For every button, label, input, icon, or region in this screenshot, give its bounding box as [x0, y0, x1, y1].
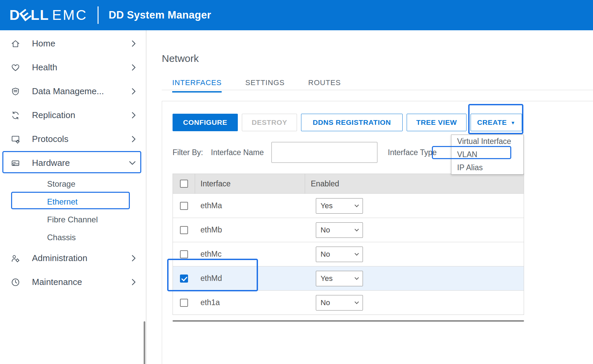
- menu-item-virtual-interface[interactable]: Virtual Interface: [451, 135, 523, 148]
- configure-button[interactable]: CONFIGURE: [173, 114, 238, 131]
- select-all-checkbox[interactable]: [180, 180, 188, 188]
- chevron-down-icon: [129, 161, 136, 165]
- emc-wordmark: EMC: [52, 7, 87, 23]
- chevron-right-icon: [132, 112, 136, 119]
- enabled-select[interactable]: Yes: [316, 271, 363, 286]
- enabled-select-value: No: [321, 250, 330, 259]
- dell-emc-logo: DELL EMC: [9, 7, 87, 23]
- interface-name-input[interactable]: [271, 142, 377, 163]
- chevron-down-icon: [355, 203, 359, 207]
- chevron-down-icon: [355, 300, 359, 304]
- table-horizontal-scrollbar[interactable]: [173, 320, 524, 322]
- table-row-ethmb[interactable]: ethMb No: [173, 218, 524, 242]
- filter-by-label: Filter By:: [173, 148, 203, 157]
- sidebar-item-label: Health: [32, 62, 57, 73]
- sidebar-item-label: Hardware: [32, 158, 70, 168]
- sidebar: Home Health Data Manageme... Replication: [0, 30, 146, 364]
- enabled-select-value: No: [321, 226, 330, 234]
- sidebar-item-maintenance[interactable]: Maintenance: [0, 270, 146, 294]
- sidebar-item-label: Protocols: [32, 134, 68, 144]
- dell-wordmark: DELL: [9, 7, 49, 23]
- create-button-label: CREATE: [477, 118, 507, 126]
- menu-item-ip-alias[interactable]: IP Alias: [451, 161, 523, 174]
- chevron-down-icon: [355, 251, 359, 256]
- chevron-right-icon: [132, 255, 136, 262]
- sidebar-item-fibre-channel[interactable]: Fibre Channel: [0, 211, 146, 228]
- tab-bar: INTERFACES SETTINGS ROUTES: [172, 78, 341, 93]
- caret-down-icon: ▼: [511, 120, 515, 125]
- sidebar-item-label: Administration: [32, 253, 87, 263]
- interface-name-cell: ethMb: [195, 218, 305, 242]
- tab-routes[interactable]: ROUTES: [308, 78, 341, 93]
- enabled-select[interactable]: No: [316, 295, 363, 311]
- column-header-enabled: Enabled: [305, 174, 524, 193]
- sidebar-item-label: Maintenance: [32, 277, 82, 287]
- chevron-right-icon: [132, 64, 136, 71]
- enabled-select[interactable]: Yes: [316, 198, 363, 214]
- logo-divider: [98, 6, 99, 24]
- sidebar-item-label: Replication: [32, 110, 75, 120]
- row-checkbox[interactable]: [180, 299, 188, 307]
- table-header: Interface Enabled: [173, 174, 524, 193]
- sidebar-subitem-label: Fibre Channel: [47, 215, 98, 224]
- table-row-ethmd[interactable]: ethMd Yes: [173, 266, 524, 290]
- menu-item-vlan[interactable]: VLAN: [451, 148, 523, 161]
- shield-icon: [10, 86, 21, 97]
- ddns-registration-button[interactable]: DDNS REGISTRATION: [301, 114, 403, 131]
- sidebar-subitem-label: Storage: [47, 179, 75, 189]
- tab-settings[interactable]: SETTINGS: [245, 78, 285, 93]
- toolbar: CONFIGURE DESTROY DDNS REGISTRATION TREE…: [173, 114, 522, 131]
- row-checkbox[interactable]: [180, 250, 188, 258]
- interface-name-cell: eth1a: [195, 291, 305, 315]
- enabled-select[interactable]: No: [316, 247, 363, 262]
- sidebar-item-storage[interactable]: Storage: [0, 175, 146, 193]
- interface-name-cell: ethMa: [195, 194, 305, 218]
- table-row-ethmc[interactable]: ethMc No: [173, 242, 524, 266]
- sidebar-item-data-management[interactable]: Data Manageme...: [0, 79, 146, 103]
- table-row-eth1a[interactable]: eth1a No: [173, 290, 524, 315]
- create-dropdown-menu: Virtual Interface VLAN IP Alias: [451, 135, 524, 175]
- chevron-right-icon: [132, 88, 136, 95]
- enabled-select-value: Yes: [321, 274, 333, 283]
- screen: DELL EMC DD System Manager Home Health D…: [0, 0, 593, 364]
- row-checkbox[interactable]: [180, 202, 188, 210]
- sidebar-item-ethernet[interactable]: Ethernet: [0, 193, 146, 211]
- chevron-right-icon: [132, 279, 136, 286]
- app-title: DD System Manager: [109, 9, 211, 21]
- chevron-right-icon: [132, 40, 136, 47]
- page-title: Network: [162, 53, 199, 64]
- table-row-ethma[interactable]: ethMa Yes: [173, 193, 524, 218]
- column-header-interface: Interface: [195, 174, 305, 193]
- create-button[interactable]: CREATE ▼: [471, 114, 522, 131]
- sidebar-item-hardware[interactable]: Hardware: [0, 151, 146, 175]
- home-icon: [10, 39, 21, 49]
- sidebar-item-health[interactable]: Health: [0, 56, 146, 79]
- heart-icon: [10, 63, 21, 73]
- clock-icon: [10, 277, 21, 287]
- sidebar-item-protocols[interactable]: Protocols: [0, 127, 146, 151]
- row-checkbox[interactable]: [180, 226, 188, 234]
- sync-icon: [10, 110, 21, 120]
- chevron-down-icon: [355, 276, 359, 280]
- sidebar-item-chassis[interactable]: Chassis: [0, 228, 146, 246]
- sidebar-scrollbar[interactable]: [144, 321, 145, 364]
- tab-bar-rule: [162, 90, 593, 90]
- row-checkbox[interactable]: [180, 275, 188, 283]
- sidebar-item-replication[interactable]: Replication: [0, 103, 146, 127]
- sidebar-subitem-label: Ethernet: [47, 197, 78, 207]
- interfaces-panel: CONFIGURE DESTROY DDNS REGISTRATION TREE…: [162, 101, 593, 364]
- tab-interfaces[interactable]: INTERFACES: [172, 78, 222, 93]
- interface-name-label: Interface Name: [211, 148, 264, 157]
- enabled-select-value: Yes: [321, 202, 333, 210]
- drive-icon: [10, 158, 21, 168]
- interface-name-cell: ethMd: [195, 266, 305, 290]
- interface-type-label: Interface Type: [388, 148, 437, 157]
- enabled-select-value: No: [321, 298, 330, 307]
- top-bar: DELL EMC DD System Manager: [0, 0, 593, 30]
- tree-view-button[interactable]: TREE VIEW: [407, 114, 467, 131]
- sidebar-item-home[interactable]: Home: [0, 32, 146, 56]
- sidebar-item-administration[interactable]: Administration: [0, 246, 146, 270]
- window-gear-icon: [10, 134, 21, 144]
- chevron-right-icon: [132, 136, 136, 143]
- enabled-select[interactable]: No: [316, 222, 363, 238]
